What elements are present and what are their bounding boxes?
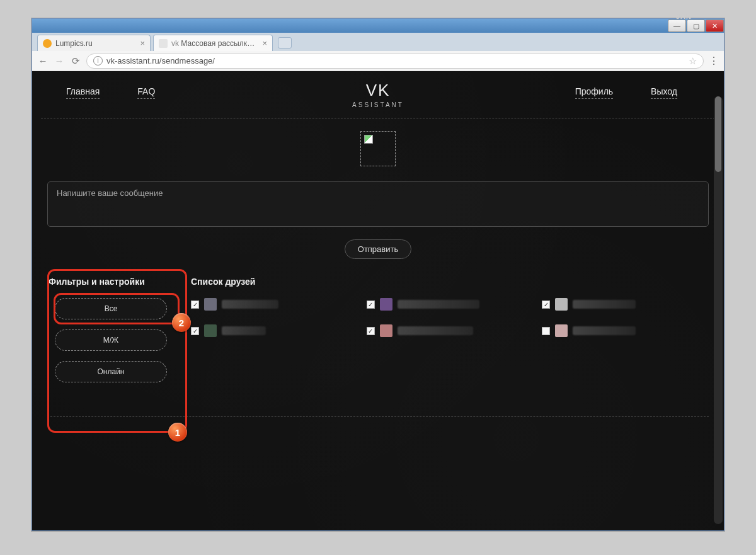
friend-checkbox[interactable]: ✓ — [367, 327, 375, 335]
filters-panel: 2 1 Фильтры и настройки Все М/Ж Онлайн — [49, 277, 173, 392]
address-bar: ← → ⟳ i vk-assistant.ru/sendmessage/ ☆ ⋮ — [32, 51, 724, 71]
annotation-box-1 — [47, 269, 187, 433]
browser-menu-icon[interactable]: ⋮ — [709, 55, 719, 67]
avatar — [555, 298, 568, 311]
omnibox[interactable]: i vk-assistant.ru/sendmessage/ ☆ — [86, 54, 704, 69]
friend-item[interactable]: ✓ — [367, 298, 532, 311]
friend-name — [573, 326, 636, 335]
avatar — [380, 324, 392, 337]
friends-title: Список друзей — [191, 277, 707, 287]
message-input[interactable]: Напишите ваше сообщение — [47, 181, 709, 227]
divider — [47, 416, 709, 417]
close-tab-icon[interactable]: × — [140, 38, 145, 48]
filters-title: Фильтры и настройки — [49, 277, 173, 287]
friend-item[interactable]: ✓ — [542, 324, 707, 337]
window-maximize-button[interactable]: ▢ — [687, 20, 705, 32]
send-button[interactable]: Отправить — [345, 239, 411, 259]
url-text: vk-assistant.ru/sendmessage/ — [106, 56, 685, 66]
tab-title: Lumpics.ru — [55, 39, 136, 48]
nav-right: Профиль Выход — [575, 86, 677, 99]
avatar — [380, 298, 392, 311]
friends-grid: ✓✓✓✓✓✓ — [191, 298, 707, 337]
tab-strip: Lumpics.ru × vk Массовая рассылка соо… × — [32, 33, 724, 51]
browser-tab-vk[interactable]: vk Массовая рассылка соо… × — [153, 35, 273, 51]
brand-subtitle: ASSISTANT — [352, 101, 404, 108]
nav-profile[interactable]: Профиль — [575, 86, 613, 99]
filter-all-button[interactable]: Все — [55, 298, 167, 319]
tab-title: vk Массовая рассылка соо… — [171, 39, 258, 48]
nav-logout[interactable]: Выход — [651, 86, 677, 99]
columns: 2 1 Фильтры и настройки Все М/Ж Онлайн С… — [41, 277, 715, 392]
divider — [41, 118, 715, 118]
brand-title: VK — [352, 81, 404, 100]
avatar — [555, 324, 568, 337]
nav-left: Главная FAQ — [66, 86, 155, 99]
friend-checkbox[interactable]: ✓ — [191, 300, 199, 309]
friend-item[interactable]: ✓ — [367, 324, 532, 337]
friend-checkbox[interactable]: ✓ — [542, 327, 550, 335]
friend-checkbox[interactable]: ✓ — [367, 300, 375, 309]
browser-tab-lumpics[interactable]: Lumpics.ru × — [37, 35, 151, 51]
friend-name — [398, 300, 479, 309]
scrollbar[interactable] — [714, 96, 723, 524]
window-minimize-button[interactable]: ― — [668, 20, 686, 32]
nav-home[interactable]: Главная — [66, 86, 100, 99]
broken-image-icon — [364, 135, 373, 144]
favicon-icon — [159, 39, 168, 48]
back-icon[interactable]: ← — [37, 55, 49, 66]
new-tab-button[interactable] — [278, 37, 292, 49]
friend-item[interactable]: ✓ — [191, 324, 357, 337]
site-header: Главная FAQ VK ASSISTANT Профиль Выход — [41, 71, 715, 118]
page-viewport: Главная FAQ VK ASSISTANT Профиль Выход Н… — [32, 71, 724, 530]
window-titlebar: JAN ― ▢ ✕ — [32, 19, 724, 33]
message-placeholder: Напишите ваше сообщение — [57, 188, 163, 198]
favicon-icon — [43, 39, 52, 48]
browser-window: JAN ― ▢ ✕ Lumpics.ru × vk Массовая рассы… — [32, 18, 724, 531]
site-info-icon[interactable]: i — [93, 56, 103, 66]
avatar — [204, 298, 217, 311]
avatar — [204, 324, 217, 337]
friend-name — [222, 300, 278, 309]
friend-item[interactable]: ✓ — [191, 298, 357, 311]
brand: VK ASSISTANT — [352, 81, 404, 108]
friends-panel: Список друзей ✓✓✓✓✓✓ — [191, 277, 707, 337]
friend-checkbox[interactable]: ✓ — [542, 300, 550, 309]
annotation-badge-1: 1 — [168, 423, 187, 442]
bookmark-star-icon[interactable]: ☆ — [689, 55, 697, 67]
friend-name — [573, 300, 636, 309]
friend-name — [222, 326, 266, 335]
reload-icon[interactable]: ⟳ — [70, 55, 81, 67]
nav-faq[interactable]: FAQ — [137, 86, 155, 99]
scrollbar-thumb[interactable] — [715, 96, 721, 172]
filter-gender-button[interactable]: М/Ж — [55, 329, 167, 351]
window-close-button[interactable]: ✕ — [706, 20, 724, 32]
annotation-badge-2: 2 — [172, 313, 191, 332]
lang-indicator: JAN — [676, 13, 692, 20]
forward-icon[interactable]: → — [54, 55, 65, 66]
friend-item[interactable]: ✓ — [542, 298, 707, 311]
filter-online-button[interactable]: Онлайн — [55, 361, 167, 382]
friend-name — [398, 326, 473, 335]
avatar-upload[interactable] — [360, 131, 396, 166]
friend-checkbox[interactable]: ✓ — [191, 327, 199, 335]
close-tab-icon[interactable]: × — [262, 38, 267, 48]
